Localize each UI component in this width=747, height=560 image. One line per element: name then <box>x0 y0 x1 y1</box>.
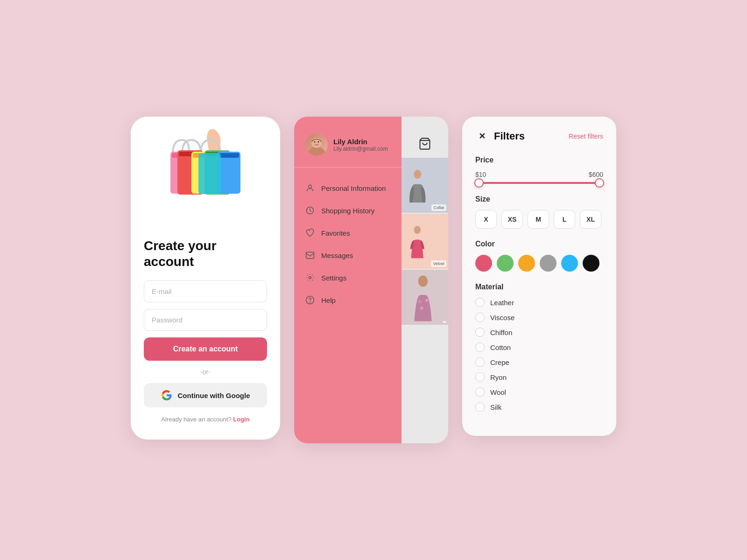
material-chiffon[interactable]: Chiffon <box>475 328 603 337</box>
price-range-labels: $10 $600 <box>475 171 603 178</box>
profile-name: Lily Aldrin <box>333 138 388 146</box>
svg-rect-12 <box>198 153 221 194</box>
size-btn-xl[interactable]: XL <box>580 210 601 229</box>
material-checkbox-viscose[interactable] <box>475 313 485 322</box>
size-btn-l[interactable]: L <box>554 210 575 229</box>
nav-settings[interactable]: Settings <box>294 266 402 289</box>
svg-point-24 <box>414 226 421 234</box>
color-circle-gray[interactable] <box>540 255 557 272</box>
product-preview-column: Collar Velvet <box>402 117 448 443</box>
google-btn-label: Continue with Google <box>178 392 250 399</box>
profile-header: Lily Aldrin Lily.aldrin@gmail.com <box>294 133 402 168</box>
product-label-3 <box>443 321 446 323</box>
price-max: $600 <box>589 171 603 178</box>
material-checkbox-ryon[interactable] <box>475 372 485 382</box>
nav-label-history: Shopping History <box>321 207 374 215</box>
color-circle-green[interactable] <box>497 255 514 272</box>
password-input[interactable] <box>144 309 267 331</box>
shopping-bags-illustration <box>145 126 266 229</box>
material-name-silk: Silk <box>490 403 501 411</box>
google-signin-button[interactable]: Continue with Google <box>144 383 267 407</box>
material-name-leather: Leather <box>490 299 514 307</box>
size-btn-xs[interactable]: XS <box>501 210 523 229</box>
account-form-area: Create your account Create an account -o… <box>131 229 280 423</box>
reset-filters-button[interactable]: Reset filters <box>569 133 603 140</box>
product-image-1 <box>403 160 431 211</box>
color-circle-pink[interactable] <box>475 255 492 272</box>
material-leather[interactable]: Leather <box>475 298 603 307</box>
hero-image-area <box>131 117 280 229</box>
svg-point-28 <box>420 307 423 310</box>
size-btn-m[interactable]: M <box>528 210 549 229</box>
material-filter-section: Material Leather Viscose Chiffon Cotton <box>475 283 603 412</box>
heart-icon <box>305 228 315 238</box>
material-checkbox-silk[interactable] <box>475 402 485 412</box>
material-viscose[interactable]: Viscose <box>475 313 603 322</box>
filters-title-group: ✕ Filters <box>475 130 525 143</box>
email-input[interactable] <box>144 280 267 302</box>
svg-point-23 <box>414 170 421 179</box>
nav-label-settings: Settings <box>321 274 346 282</box>
price-slider-track[interactable] <box>475 182 603 184</box>
material-checkbox-chiffon[interactable] <box>475 328 485 337</box>
nav-label-help: Help <box>321 296 336 304</box>
material-wool[interactable]: Wool <box>475 387 603 397</box>
size-options: X XS M L XL <box>475 210 603 229</box>
nav-personal-info[interactable]: Personal Information <box>294 177 402 199</box>
material-checkbox-wool[interactable] <box>475 387 485 397</box>
price-filter-section: Price $10 $600 <box>475 156 603 184</box>
size-btn-x[interactable]: X <box>475 210 497 229</box>
svg-point-15 <box>314 141 316 143</box>
product-image-2 <box>403 216 431 267</box>
material-checkbox-cotton[interactable] <box>475 343 485 352</box>
material-silk[interactable]: Silk <box>475 402 603 412</box>
material-cotton[interactable]: Cotton <box>475 343 603 352</box>
close-filters-button[interactable]: ✕ <box>475 130 488 143</box>
svg-point-26 <box>418 300 422 303</box>
create-account-screen: Create your account Create an account -o… <box>131 117 280 440</box>
svg-point-16 <box>318 141 319 143</box>
nav-label-favorites: Favorites <box>321 229 350 237</box>
product-image-3 <box>403 272 443 323</box>
color-circle-black[interactable] <box>583 255 599 272</box>
material-checkbox-crepe[interactable] <box>475 357 485 367</box>
size-filter-section: Size X XS M L XL <box>475 195 603 229</box>
color-options <box>475 255 603 272</box>
nav-messages[interactable]: Messages <box>294 244 402 266</box>
product-card-1[interactable]: Collar <box>402 158 448 214</box>
material-crepe[interactable]: Crepe <box>475 357 603 367</box>
nav-shopping-history[interactable]: Shopping History <box>294 199 402 222</box>
clock-icon <box>305 206 315 215</box>
color-circle-orange[interactable] <box>518 255 535 272</box>
shopping-bag-icon <box>418 137 431 150</box>
product-card-3[interactable] <box>402 270 448 326</box>
avatar-image <box>305 133 328 156</box>
create-account-button[interactable]: Create an account <box>144 337 267 361</box>
filters-header: ✕ Filters Reset filters <box>475 130 603 143</box>
login-prompt: Already have an account? Login <box>144 416 267 423</box>
price-min: $10 <box>475 171 486 178</box>
nav-help[interactable]: Help <box>294 289 402 311</box>
svg-point-25 <box>418 275 428 287</box>
profile-email: Lily.aldrin@gmail.com <box>333 146 388 152</box>
material-checkbox-leather[interactable] <box>475 298 485 307</box>
color-filter-section: Color <box>475 240 603 272</box>
color-label: Color <box>475 240 603 248</box>
price-slider-thumb-min[interactable] <box>474 178 484 188</box>
nav-favorites[interactable]: Favorites <box>294 222 402 244</box>
product-label-2: Velvet <box>431 260 446 267</box>
login-link[interactable]: Login <box>233 416 249 423</box>
product-card-2[interactable]: Velvet <box>402 214 448 270</box>
or-divider: -or- <box>144 368 267 376</box>
question-icon <box>305 295 315 305</box>
material-name-viscose: Viscose <box>490 314 514 322</box>
cart-icon-area <box>402 133 448 158</box>
color-circle-cyan[interactable] <box>561 255 578 272</box>
product-label-1: Collar <box>431 204 446 211</box>
profile-menu-screen: Lily Aldrin Lily.aldrin@gmail.com Person… <box>294 117 448 443</box>
material-name-wool: Wool <box>490 388 506 396</box>
price-slider-thumb-max[interactable] <box>595 178 604 188</box>
create-account-title: Create your account <box>144 238 267 269</box>
svg-rect-11 <box>218 153 239 158</box>
material-ryon[interactable]: Ryon <box>475 372 603 382</box>
